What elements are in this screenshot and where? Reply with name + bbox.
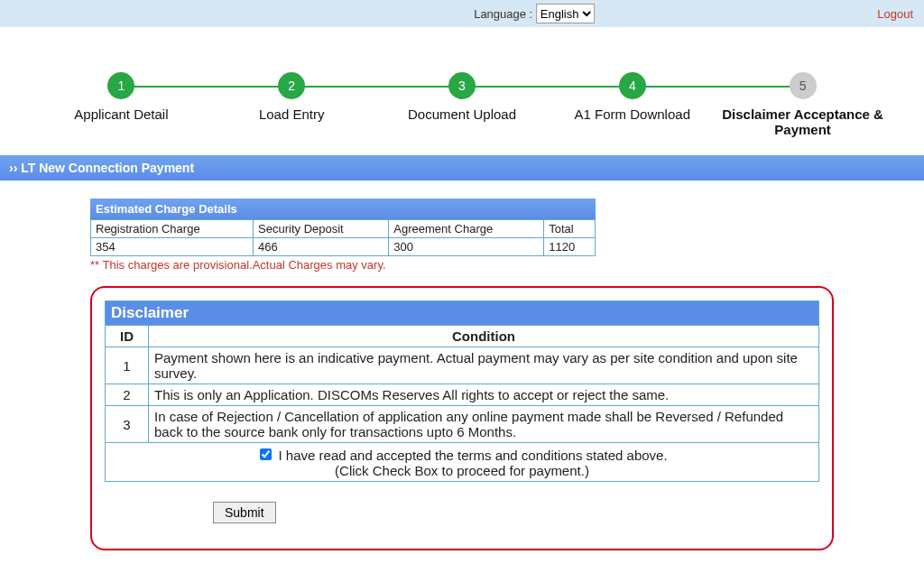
disclaimer-row: 2This is only an Application. DISCOMs Re… [106, 384, 819, 406]
section-title: ›› LT New Connection Payment [0, 155, 924, 180]
logout-link[interactable]: Logout [877, 7, 913, 21]
est-val: 354 [91, 238, 254, 256]
disclaimer-condition: This is only an Application. DISCOMs Res… [149, 384, 819, 406]
step-circle: 5 [790, 72, 817, 99]
step-circle: 1 [107, 72, 134, 99]
top-bar: Language : English Logout [0, 0, 924, 27]
consent-checkbox[interactable] [260, 448, 272, 460]
content-area: Estimated Charge Details Registration Ch… [0, 180, 924, 573]
est-val: 466 [254, 238, 389, 256]
est-col: Total [544, 220, 596, 238]
consent-text: I have read and accepted the terms and c… [279, 448, 668, 463]
stepper: 1Applicant Detail2Load Entry3Document Up… [0, 27, 924, 155]
consent-hint: (Click Check Box to proceed for payment.… [111, 463, 813, 478]
step-label: Document Upload [377, 106, 548, 122]
disclaimer-row: 1Payment shown here is an indicative pay… [106, 347, 819, 384]
step-label: Load Entry [207, 106, 377, 122]
disclaimer-id: 3 [106, 406, 149, 443]
step-connector [291, 86, 462, 88]
est-val: 1120 [544, 238, 596, 256]
disclaimer-condition: In case of Rejection / Cancellation of a… [149, 406, 819, 443]
est-col: Registration Charge [91, 220, 254, 238]
language-switcher: Language : English [474, 4, 595, 23]
step-circle: 3 [448, 72, 476, 99]
disclaimer-table: ID Condition 1Payment shown here is an i… [105, 325, 819, 482]
disclaimer-header: Disclaimer [105, 300, 819, 325]
estimated-charge-header: Estimated Charge Details [90, 199, 596, 219]
step-connector [633, 86, 803, 88]
provisional-note: ** This charges are provisional.Actual C… [90, 258, 596, 272]
step-connector [121, 86, 291, 88]
step-4: 4A1 Form Download [547, 72, 717, 137]
est-val: 300 [389, 238, 544, 256]
estimated-charge-table: Registration ChargeSecurity DepositAgree… [90, 219, 596, 256]
disclaimer-box: Disclaimer ID Condition 1Payment shown h… [90, 286, 834, 550]
disclaimer-col-id: ID [106, 326, 149, 347]
est-col: Agreement Charge [389, 220, 544, 238]
step-label: Disclaimer Acceptance & Payment [717, 106, 888, 137]
step-circle: 2 [278, 72, 305, 99]
disclaimer-id: 1 [106, 347, 149, 384]
step-5: 5Disclaimer Acceptance & Payment [717, 72, 888, 137]
step-circle: 4 [619, 72, 646, 99]
disclaimer-id: 2 [106, 384, 149, 406]
step-label: Applicant Detail [36, 106, 207, 122]
disclaimer-col-condition: Condition [149, 326, 819, 347]
estimated-charge-panel: Estimated Charge Details Registration Ch… [90, 199, 596, 272]
submit-button[interactable]: Submit [213, 502, 276, 523]
disclaimer-condition: Payment shown here is an indicative paym… [149, 347, 819, 384]
step-3: 3Document Upload [377, 72, 548, 137]
step-1: 1Applicant Detail [36, 72, 207, 137]
step-connector [462, 86, 633, 88]
est-col: Security Deposit [254, 220, 389, 238]
step-label: A1 Form Download [547, 106, 717, 122]
disclaimer-row: 3In case of Rejection / Cancellation of … [106, 406, 819, 443]
language-label: Language : [474, 7, 532, 21]
step-2: 2Load Entry [207, 72, 377, 137]
language-select[interactable]: English [536, 4, 595, 23]
